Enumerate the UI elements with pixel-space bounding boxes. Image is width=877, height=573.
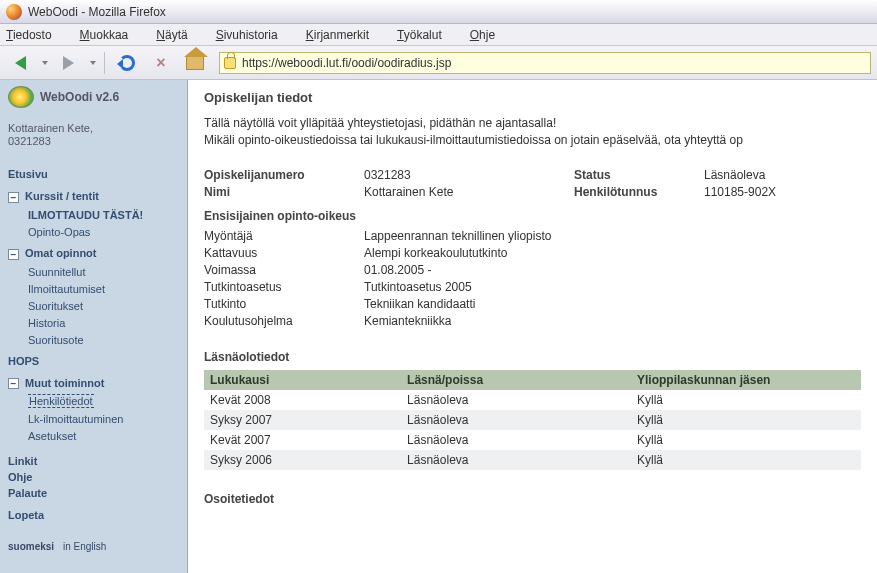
table-row: Kevät 2008LäsnäolevaKyllä xyxy=(204,390,861,410)
collapse-icon[interactable]: − xyxy=(8,192,19,203)
cell-term: Syksy 2007 xyxy=(204,410,401,430)
reload-icon xyxy=(119,55,135,71)
lbl-student-no: Opiskelijanumero xyxy=(204,168,364,182)
val-coverage: Alempi korkeakoulututkinto xyxy=(364,246,861,260)
user-number: 0321283 xyxy=(8,135,51,147)
val-valid: 01.08.2005 - xyxy=(364,263,861,277)
back-button[interactable] xyxy=(6,50,34,76)
ident-grid: Opiskelijanumero 0321283 Status Läsnäole… xyxy=(204,168,861,199)
home-button[interactable] xyxy=(181,50,209,76)
main-content: Opiskelijan tiedot Tällä näytöllä voit y… xyxy=(188,80,877,573)
cell-status: Läsnäoleva xyxy=(401,450,631,470)
lbl-programme: Koulutusohjelma xyxy=(204,314,364,328)
lbl-decree: Tutkintoasetus xyxy=(204,280,364,294)
nav-group-courses[interactable]: −Kurssit / tentit xyxy=(8,190,179,203)
toolbar: × https://weboodi.lut.fi/oodi/oodiradius… xyxy=(0,46,877,80)
language-switch: suomeksi in English xyxy=(8,541,179,552)
val-programme: Kemiantekniikka xyxy=(364,314,861,328)
menu-history[interactable]: Sivuhistoria xyxy=(216,28,292,42)
nav-asetukset[interactable]: Asetukset xyxy=(28,428,179,445)
nav-henkilotiedot[interactable]: Henkilötiedot xyxy=(28,393,179,410)
col-term: Lukukausi xyxy=(204,370,401,390)
lbl-name: Nimi xyxy=(204,185,364,199)
rights-grid: Myöntäjä Lappeenrannan teknillinen yliop… xyxy=(204,229,861,328)
nav-lk-ilmoittautuminen[interactable]: Lk-ilmoittautuminen xyxy=(28,411,179,428)
nav-ilmottaudu[interactable]: ILMOTTAUDU TÄSTÄ! xyxy=(28,207,179,224)
cell-status: Läsnäoleva xyxy=(401,410,631,430)
menubar: Tiedosto Muokkaa Näytä Sivuhistoria Kirj… xyxy=(0,24,877,46)
lbl-pid: Henkilötunnus xyxy=(574,185,704,199)
menu-view[interactable]: Näytä xyxy=(156,28,201,42)
lang-en[interactable]: in English xyxy=(63,541,106,552)
menu-help[interactable]: Ohje xyxy=(470,28,509,42)
table-header-row: Lukukausi Läsnä/poissa Ylioppilaskunnan … xyxy=(204,370,861,390)
nav-group-mystudies[interactable]: −Omat opinnot xyxy=(8,247,179,260)
attendance-table: Lukukausi Läsnä/poissa Ylioppilaskunnan … xyxy=(204,370,861,470)
cell-union: Kyllä xyxy=(631,410,861,430)
nav-hops[interactable]: HOPS xyxy=(8,355,179,367)
collapse-icon[interactable]: − xyxy=(8,378,19,389)
nav-frontpage[interactable]: Etusivu xyxy=(8,168,179,180)
lang-fi[interactable]: suomeksi xyxy=(8,541,54,552)
nav-suoritusote[interactable]: Suoritusote xyxy=(28,332,179,349)
sidebar-user: Kottarainen Kete, 0321283 xyxy=(8,122,179,148)
forward-button[interactable] xyxy=(54,50,82,76)
table-row: Syksy 2006LäsnäolevaKyllä xyxy=(204,450,861,470)
cell-term: Syksy 2006 xyxy=(204,450,401,470)
page-title: Opiskelijan tiedot xyxy=(204,90,861,105)
nav-group-other[interactable]: −Muut toiminnot xyxy=(8,377,179,390)
home-icon xyxy=(186,56,204,70)
val-pid: 110185-902X xyxy=(704,185,861,199)
menu-bookmarks[interactable]: Kirjanmerkit xyxy=(306,28,383,42)
nav-palaute[interactable]: Palaute xyxy=(8,487,179,499)
val-degree: Tekniikan kandidaatti xyxy=(364,297,861,311)
val-granter: Lappeenrannan teknillinen yliopisto xyxy=(364,229,861,243)
app-logo-row: WebOodi v2.6 xyxy=(8,86,179,108)
table-row: Syksy 2007LäsnäolevaKyllä xyxy=(204,410,861,430)
section-attendance: Läsnäolotiedot xyxy=(204,350,861,364)
firefox-icon xyxy=(6,4,22,20)
menu-file[interactable]: Tiedosto xyxy=(6,28,66,42)
table-row: Kevät 2007LäsnäolevaKyllä xyxy=(204,430,861,450)
nav-historia[interactable]: Historia xyxy=(28,315,179,332)
cell-union: Kyllä xyxy=(631,450,861,470)
sidebar-bottom: Linkit Ohje Palaute Lopeta xyxy=(8,451,179,525)
stop-button[interactable]: × xyxy=(147,50,175,76)
nav-group-other-items: Henkilötiedot Lk-ilmoittautuminen Asetuk… xyxy=(28,393,179,444)
cell-union: Kyllä xyxy=(631,430,861,450)
nav-lopeta[interactable]: Lopeta xyxy=(8,509,179,521)
app-body: WebOodi v2.6 Kottarainen Kete, 0321283 E… xyxy=(0,80,877,573)
menu-tools[interactable]: Työkalut xyxy=(397,28,456,42)
forward-dropdown-icon[interactable] xyxy=(90,61,96,65)
url-text: https://weboodi.lut.fi/oodi/oodiradius.j… xyxy=(242,56,451,70)
lbl-status: Status xyxy=(574,168,704,182)
nav-ohje[interactable]: Ohje xyxy=(8,471,179,483)
window-title: WebOodi - Mozilla Firefox xyxy=(28,5,166,19)
lbl-coverage: Kattavuus xyxy=(204,246,364,260)
section-addresses: Osoitetiedot xyxy=(204,492,861,506)
nav-suoritukset[interactable]: Suoritukset xyxy=(28,298,179,315)
snail-icon xyxy=(8,86,34,108)
val-decree: Tutkintoasetus 2005 xyxy=(364,280,861,294)
titlebar: WebOodi - Mozilla Firefox xyxy=(0,0,877,24)
nav-ilmoittautumiset[interactable]: Ilmoittautumiset xyxy=(28,281,179,298)
cell-status: Läsnäoleva xyxy=(401,430,631,450)
collapse-icon[interactable]: − xyxy=(8,249,19,260)
url-bar[interactable]: https://weboodi.lut.fi/oodi/oodiradius.j… xyxy=(219,52,871,74)
sidebar: WebOodi v2.6 Kottarainen Kete, 0321283 E… xyxy=(0,80,188,573)
val-status: Läsnäoleva xyxy=(704,168,861,182)
val-name: Kottarainen Kete xyxy=(364,185,574,199)
col-status: Läsnä/poissa xyxy=(401,370,631,390)
reload-button[interactable] xyxy=(113,50,141,76)
nav-group-mystudies-items: Suunnitellut Ilmoittautumiset Suoritukse… xyxy=(28,264,179,349)
arrow-right-icon xyxy=(63,56,74,70)
nav-linkit[interactable]: Linkit xyxy=(8,455,179,467)
menu-edit[interactable]: Muokkaa xyxy=(80,28,143,42)
nav-suunnitellut[interactable]: Suunnitellut xyxy=(28,264,179,281)
user-name: Kottarainen Kete, xyxy=(8,122,93,134)
back-dropdown-icon[interactable] xyxy=(42,61,48,65)
section-rights: Ensisijainen opinto-oikeus xyxy=(204,209,861,223)
arrow-left-icon xyxy=(15,56,26,70)
nav-opinto-opas[interactable]: Opinto-Opas xyxy=(28,224,179,241)
lock-icon xyxy=(224,57,236,69)
